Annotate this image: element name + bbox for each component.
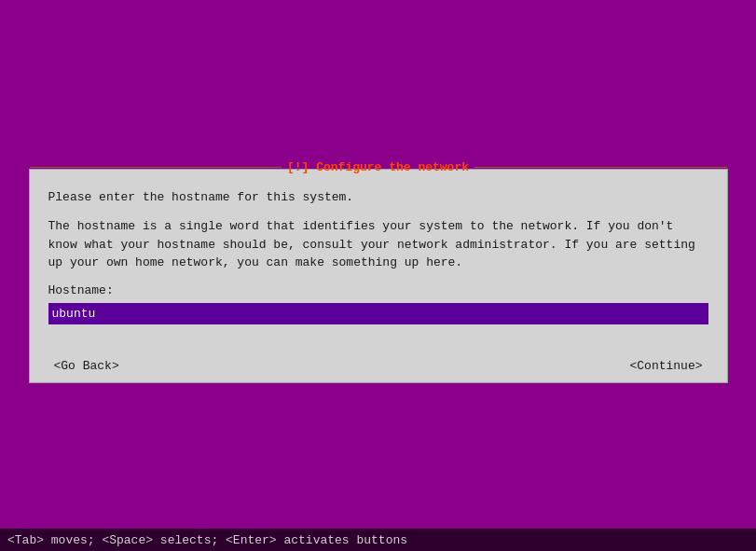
dialog-title-bar: [!] Configure the network	[30, 160, 727, 174]
dialog-title: [!] Configure the network	[282, 160, 474, 174]
dialog-buttons: <Go Back> <Continue>	[30, 353, 727, 382]
status-bar: <Tab> moves; <Space> selects; <Enter> ac…	[0, 529, 756, 551]
go-back-button[interactable]: <Go Back>	[48, 357, 125, 375]
dialog-content: Please enter the hostname for this syste…	[30, 170, 727, 353]
description-line2: The hostname is a single word that ident…	[48, 217, 708, 272]
description-line1: Please enter the hostname for this syste…	[48, 188, 708, 207]
continue-button[interactable]: <Continue>	[624, 357, 708, 375]
title-line-left	[30, 167, 282, 168]
status-bar-text: <Tab> moves; <Space> selects; <Enter> ac…	[7, 533, 407, 547]
hostname-input[interactable]	[48, 305, 708, 323]
dialog-box: [!] Configure the network Please enter t…	[29, 169, 728, 383]
hostname-input-wrapper	[48, 303, 708, 324]
title-line-right	[474, 167, 726, 168]
hostname-label: Hostname:	[48, 283, 708, 297]
